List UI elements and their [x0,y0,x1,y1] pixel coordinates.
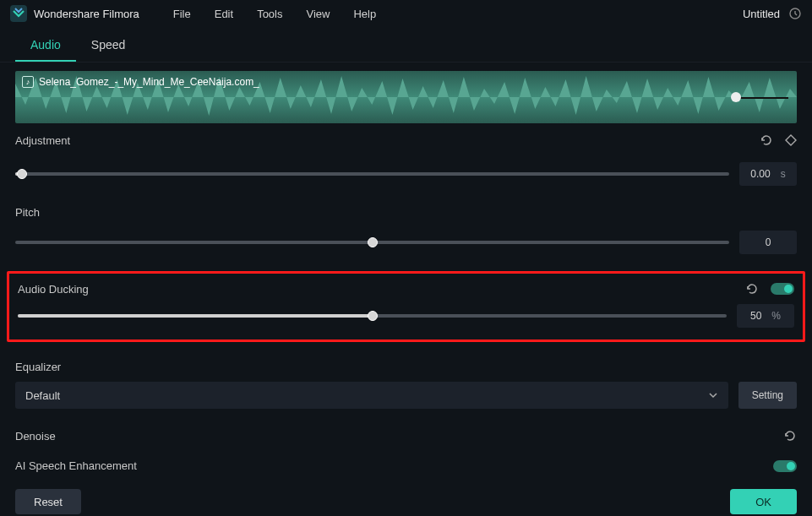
ducking-label: Audio Ducking [18,283,89,296]
svg-rect-0 [10,5,27,22]
pitch-label: Pitch [15,206,40,219]
equalizer-header: Equalizer [0,350,812,378]
app-name: Wondershare Filmora [34,8,139,20]
menu-help[interactable]: Help [353,8,376,20]
denoise-label: Denoise [15,430,56,443]
reset-icon[interactable] [760,133,773,147]
ducking-value[interactable]: 50 % [737,304,794,328]
pitch-value[interactable]: 0 [739,231,797,254]
keyframe-icon[interactable] [785,134,797,146]
adjustment-slider[interactable] [15,172,729,176]
document-title: Untitled [743,8,780,20]
app-logo-icon [10,5,27,22]
menu-edit[interactable]: Edit [215,8,233,20]
adjustment-label: Adjustment [15,134,70,147]
ducking-slider[interactable] [18,314,727,318]
clip-label: ♪ Selena_Gomez_-_My_Mind_Me_CeeNaija.com… [22,76,259,88]
audio-ducking-highlight: Audio Ducking 50 % [7,271,805,342]
tab-bar: Audio Speed [0,27,812,62]
equalizer-selected: Default [25,389,60,402]
audio-waveform[interactable]: ♪ Selena_Gomez_-_My_Mind_Me_CeeNaija.com… [15,71,797,123]
ducking-slider-row: 50 % [9,302,803,333]
equalizer-label: Equalizer [15,361,61,373]
clip-filename: Selena_Gomez_-_My_Mind_Me_CeeNaija.com_ [39,76,259,88]
adjustment-header: Adjustment [0,123,812,157]
adjustment-slider-row: 0.00 s [0,157,812,198]
pitch-header: Pitch [0,198,812,225]
ducking-toggle[interactable] [771,283,794,295]
titlebar: Wondershare Filmora File Edit Tools View… [0,0,812,27]
reset-icon[interactable] [783,429,797,443]
main-menu: File Edit Tools View Help [173,8,376,20]
reset-icon[interactable] [745,282,759,296]
tab-speed[interactable]: Speed [76,30,140,62]
reset-button[interactable]: Reset [15,489,81,514]
equalizer-setting-button[interactable]: Setting [738,382,797,409]
speech-header: AI Speech Enhancement [0,453,812,482]
playhead-line [736,97,788,99]
menu-tools[interactable]: Tools [257,8,282,20]
adjustment-value[interactable]: 0.00 s [739,162,797,186]
chevron-down-icon [708,390,718,400]
playhead-handle[interactable] [731,92,741,102]
pitch-slider[interactable] [15,241,729,244]
music-note-icon: ♪ [22,76,34,88]
tab-audio[interactable]: Audio [15,30,76,62]
ducking-header: Audio Ducking [9,277,803,302]
menu-file[interactable]: File [173,8,191,20]
pitch-slider-row: 0 [0,225,812,266]
equalizer-row: Default Setting [0,378,812,419]
footer: Reset OK [0,482,812,516]
speech-label: AI Speech Enhancement [15,459,137,472]
ok-button[interactable]: OK [730,489,797,514]
equalizer-dropdown[interactable]: Default [15,382,728,409]
speech-toggle[interactable] [773,460,797,472]
menu-view[interactable]: View [306,8,330,20]
denoise-header: Denoise [0,419,812,453]
history-icon[interactable] [788,7,802,20]
